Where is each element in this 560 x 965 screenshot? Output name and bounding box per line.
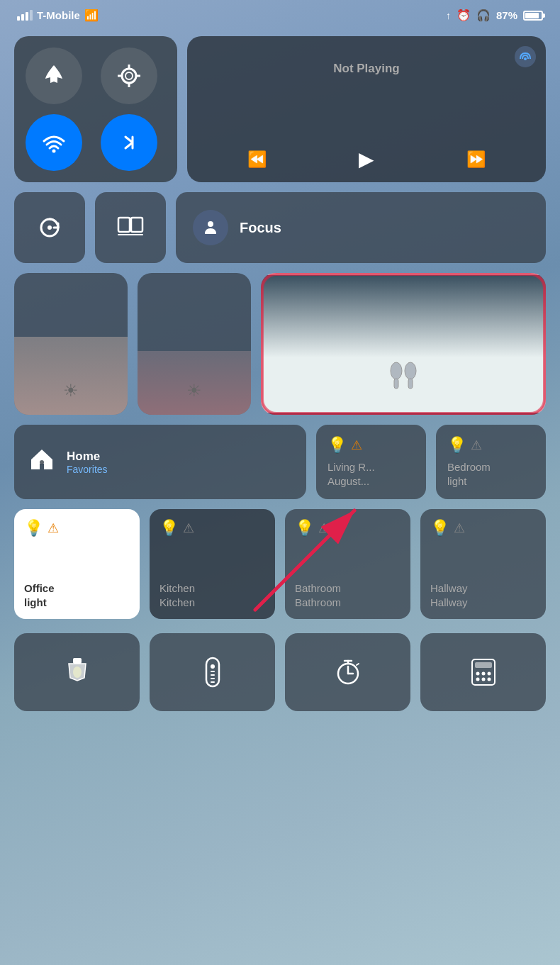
home-button[interactable]: Home Favorites xyxy=(14,425,306,499)
office-bulb-icon: 💡 xyxy=(24,519,43,537)
status-right: ↑ ⏰ 🎧 87% xyxy=(446,9,543,22)
status-left: T-Mobile 📶 xyxy=(17,9,99,22)
kitchen-label: Kitchen Kitchen xyxy=(159,581,265,609)
svg-point-20 xyxy=(73,666,82,678)
svg-rect-19 xyxy=(73,658,82,664)
svg-rect-17 xyxy=(408,379,413,389)
svg-point-0 xyxy=(122,69,136,83)
cellular-button[interactable] xyxy=(101,48,157,104)
volume-slider[interactable]: ☀ xyxy=(138,273,251,415)
wifi-button[interactable] xyxy=(26,114,82,171)
flashlight-button[interactable] xyxy=(14,633,140,711)
bulb-icon-bedroom: 💡 xyxy=(447,436,466,454)
warning-icon-bathroom: ⚠ xyxy=(318,520,330,536)
bluetooth-button[interactable] xyxy=(101,114,157,171)
living-room-icons: 💡 ⚠ xyxy=(327,436,415,454)
airplane-mode-button[interactable] xyxy=(26,48,82,104)
svg-point-14 xyxy=(391,362,402,379)
status-bar: T-Mobile 📶 ↑ ⏰ 🎧 87% xyxy=(0,0,560,28)
svg-point-34 xyxy=(487,672,491,676)
svg-rect-25 xyxy=(211,678,215,679)
focus-button[interactable]: Focus xyxy=(176,192,546,263)
svg-point-32 xyxy=(476,672,479,676)
wifi-status-icon: 📶 xyxy=(84,9,99,22)
svg-point-1 xyxy=(125,72,133,79)
warning-icon-hallway: ⚠ xyxy=(454,520,465,536)
timer-button[interactable] xyxy=(285,633,410,711)
living-room-light-tile[interactable]: 💡 ⚠ Living R... August... xyxy=(316,425,426,499)
warning-icon-bedroom: ⚠ xyxy=(471,437,482,453)
bottom-row xyxy=(14,633,546,711)
calculator-button[interactable] xyxy=(420,633,546,711)
location-icon: ↑ xyxy=(446,10,451,21)
office-icons: 💡 ⚠ xyxy=(24,519,130,537)
remote-button[interactable] xyxy=(150,633,275,711)
bulb-icon-living: 💡 xyxy=(327,436,347,454)
svg-point-37 xyxy=(487,678,491,681)
focus-icon xyxy=(193,210,228,245)
control-center: Not Playing ⏪ ▶ ⏩ xyxy=(0,28,560,720)
bathroom-icons: 💡 ⚠ xyxy=(295,519,401,537)
brightness-fill xyxy=(14,337,128,415)
battery-percent: 87% xyxy=(496,9,517,21)
svg-point-6 xyxy=(52,150,56,153)
svg-rect-26 xyxy=(211,681,215,683)
carrier-name: T-Mobile xyxy=(37,9,80,21)
bedroom-label: Bedroom light xyxy=(447,460,534,488)
bedroom-light-tile[interactable]: 💡 ⚠ Bedroom light xyxy=(436,425,546,499)
warning-icon-kitchen: ⚠ xyxy=(183,520,194,536)
bulb-icon-bathroom: 💡 xyxy=(295,519,314,537)
airplay-button[interactable] xyxy=(515,46,536,67)
living-room-label: Living R... August... xyxy=(327,460,415,488)
brightness-slider[interactable]: ☀ xyxy=(14,273,128,415)
home-text: Home Favorites xyxy=(67,450,108,475)
svg-point-22 xyxy=(211,664,215,669)
not-playing-text: Not Playing xyxy=(201,62,532,76)
rewind-button[interactable]: ⏪ xyxy=(247,150,267,169)
hallway-light-tile[interactable]: 💡 ⚠ Hallway Hallway xyxy=(420,509,546,619)
home-lights-row: Home Favorites 💡 ⚠ Living R... August...… xyxy=(14,425,546,499)
office-warning-icon: ⚠ xyxy=(47,520,59,536)
svg-rect-10 xyxy=(118,218,130,232)
media-controls: ⏪ ▶ ⏩ xyxy=(201,147,532,171)
svg-point-33 xyxy=(481,672,485,676)
warning-icon-living: ⚠ xyxy=(351,437,362,453)
lights-row-bottom: 💡 ⚠ Office light 💡 ⚠ Kitchen Kitchen xyxy=(14,509,546,619)
kitchen-icons: 💡 ⚠ xyxy=(159,519,265,537)
bedroom-icons: 💡 ⚠ xyxy=(447,436,534,454)
bulb-icon-kitchen: 💡 xyxy=(159,519,179,537)
screen-mirror-button[interactable] xyxy=(95,192,166,263)
hallway-label: Hallway Hallway xyxy=(430,581,536,609)
home-title: Home xyxy=(67,450,108,464)
svg-rect-24 xyxy=(211,674,215,676)
office-light-tile[interactable]: 💡 ⚠ Office light xyxy=(14,509,140,619)
svg-rect-23 xyxy=(211,671,215,672)
bulb-icon-hallway: 💡 xyxy=(430,519,449,537)
svg-rect-11 xyxy=(131,218,142,232)
svg-point-35 xyxy=(476,678,479,681)
battery-icon xyxy=(523,11,543,21)
home-subtitle: Favorites xyxy=(67,464,108,475)
bathroom-label: Bathroom Bathroom xyxy=(295,581,401,609)
headphones-icon: 🎧 xyxy=(476,9,491,22)
play-button[interactable]: ▶ xyxy=(359,147,374,171)
now-playing-block: Not Playing ⏪ ▶ ⏩ xyxy=(187,36,546,182)
slider-airpods-row: ☀ ☀ xyxy=(14,273,546,415)
focus-label: Focus xyxy=(240,220,281,236)
fast-forward-button[interactable]: ⏩ xyxy=(466,150,486,169)
brightness-icon: ☀ xyxy=(63,381,79,401)
svg-point-36 xyxy=(481,678,485,681)
svg-point-18 xyxy=(40,460,44,464)
kitchen-light-tile[interactable]: 💡 ⚠ Kitchen Kitchen xyxy=(150,509,275,619)
svg-point-13 xyxy=(208,221,213,227)
airpods-block[interactable] xyxy=(261,273,546,415)
airpods-icon xyxy=(379,346,428,396)
svg-point-7 xyxy=(524,57,527,60)
bathroom-light-tile[interactable]: 💡 ⚠ Bathroom Bathroom xyxy=(285,509,410,619)
controls-row: Focus xyxy=(14,192,546,263)
rotation-lock-button[interactable] xyxy=(14,192,85,263)
alarm-icon: ⏰ xyxy=(457,9,471,22)
svg-rect-31 xyxy=(475,662,492,668)
svg-point-9 xyxy=(47,225,52,230)
signal-bars xyxy=(17,10,33,21)
